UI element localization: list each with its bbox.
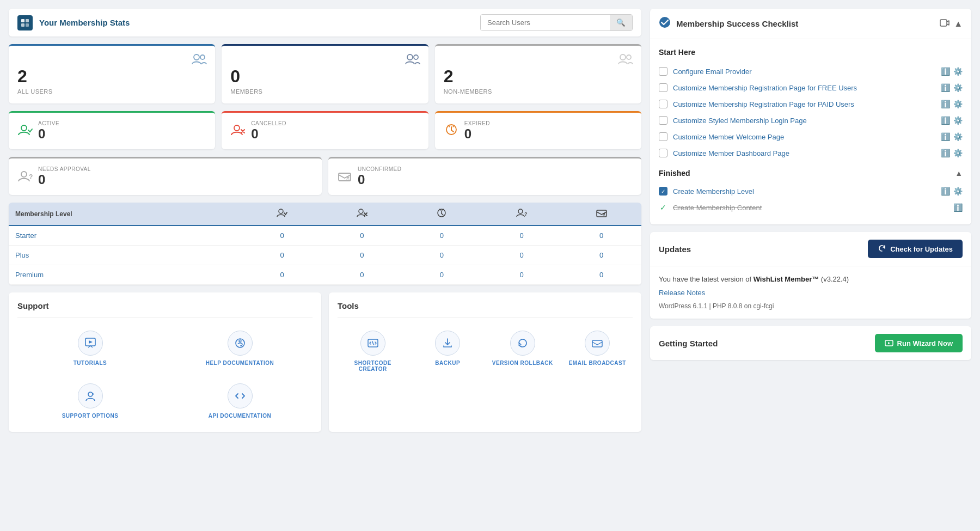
gear-icon[interactable]: ⚙️: [953, 132, 963, 141]
checkbox-reg-paid[interactable]: [659, 100, 667, 108]
svg-text:?: ?: [29, 173, 33, 181]
checklist-icons-create-level: ℹ️ ⚙️: [941, 187, 963, 196]
expired-label: EXPIRED: [464, 120, 490, 126]
stat-all-users[interactable]: 2 ALL USERS: [9, 44, 215, 103]
checklist-video-button[interactable]: [940, 19, 950, 29]
email-broadcast-item[interactable]: EMAIL BROADCAST: [562, 326, 633, 376]
check-mark-content: ✓: [659, 203, 667, 212]
stat-cancelled[interactable]: CANCELLED 0: [222, 111, 428, 149]
info-icon: ℹ️: [941, 116, 950, 125]
checkbox-welcome[interactable]: [659, 132, 667, 141]
gear-icon[interactable]: ⚙️: [953, 100, 963, 108]
checklist-link-create-level[interactable]: Create Membership Level: [673, 187, 935, 196]
header-bar: Your Membership Stats 🔍: [9, 9, 641, 36]
gear-icon[interactable]: ⚙️: [953, 67, 963, 76]
checklist-link-reg-free[interactable]: Customize Membership Registration Page f…: [673, 84, 935, 92]
svg-point-9: [627, 55, 631, 59]
svg-point-6: [407, 54, 413, 60]
checklist-header: Membership Success Checklist ▲: [650, 9, 971, 39]
search-box[interactable]: 🔍: [480, 14, 633, 31]
tools-section: Tools SHORTCODE CREATOR: [329, 292, 641, 432]
email-broadcast-label: EMAIL BROADCAST: [569, 360, 626, 366]
checkbox-email[interactable]: [659, 67, 667, 76]
svg-rect-1: [26, 19, 29, 22]
all-users-label: ALL USERS: [17, 88, 206, 95]
checklist-link-login[interactable]: Customize Styled Membership Login Page: [673, 117, 935, 125]
checklist-link-dashboard[interactable]: Customize Member Dashboard Page: [673, 149, 935, 157]
shortcode-creator-item[interactable]: SHORTCODE CREATOR: [338, 326, 408, 376]
info-icon: ℹ️: [941, 67, 950, 76]
tools-title: Tools: [338, 301, 633, 318]
checkbox-dashboard[interactable]: [659, 149, 667, 157]
search-input[interactable]: [481, 15, 610, 30]
version-rollback-item[interactable]: VERSION ROLLBACK: [487, 326, 558, 376]
finished-label: Finished: [659, 169, 690, 178]
membership-table: Membership Level ?: [9, 203, 641, 285]
col-expired-icon: [402, 203, 482, 225]
stat-non-members[interactable]: 2 NON-MEMBERS: [435, 44, 641, 103]
search-button[interactable]: 🔍: [610, 15, 632, 30]
row-name-premium[interactable]: Premium: [9, 265, 242, 285]
unconfirmed-icon: [337, 169, 352, 184]
checklist-link-email[interactable]: Configure Email Provider: [673, 68, 935, 76]
active-label: ACTIVE: [38, 120, 59, 126]
support-options-item[interactable]: SUPPORT OPTIONS: [17, 379, 163, 423]
tutorials-item[interactable]: TUTORIALS: [17, 326, 163, 370]
stat-active[interactable]: ACTIVE 0: [9, 111, 215, 149]
checklist-link-create-content[interactable]: Create Membership Content: [673, 204, 948, 212]
wp-info: WordPress 6.1.1 | PHP 8.0.8 on cgi-fcgi: [659, 302, 963, 310]
checklist-icons-create-content: ℹ️: [953, 203, 963, 212]
non-members-label: NON-MEMBERS: [444, 88, 633, 95]
check-updates-label: Check for Updates: [890, 245, 953, 253]
row-name-starter[interactable]: Starter: [9, 225, 242, 246]
svg-marker-23: [89, 340, 93, 344]
api-docs-label: API DOCUMENTATION: [209, 413, 271, 419]
checklist-icons-reg-paid: ℹ️ ⚙️: [941, 100, 963, 108]
gear-icon[interactable]: ⚙️: [953, 116, 963, 125]
updates-text: You have the latest version of WishList …: [659, 275, 963, 283]
checkbox-create-level[interactable]: ✓: [659, 187, 667, 196]
tools-icon-grid: SHORTCODE CREATOR BACKUP: [338, 326, 633, 376]
backup-label: BACKUP: [435, 360, 460, 366]
svg-rect-3: [26, 23, 29, 27]
run-wizard-button[interactable]: Run Wizard Now: [875, 334, 963, 352]
checklist-link-welcome[interactable]: Customize Member Welcome Page: [673, 133, 935, 141]
check-updates-button[interactable]: Check for Updates: [868, 240, 963, 258]
col-active-icon: [242, 203, 322, 225]
gear-icon[interactable]: ⚙️: [953, 187, 963, 196]
info-icon: ℹ️: [941, 187, 950, 196]
col-membership-level: Membership Level: [9, 203, 242, 225]
col-needs-approval-icon: ?: [482, 203, 562, 225]
checklist-item-reg-paid: Customize Membership Registration Page f…: [659, 96, 963, 112]
checklist-icons-email: ℹ️ ⚙️: [941, 67, 963, 76]
table-row: Plus 0 0 0 0 0: [9, 246, 641, 265]
updates-header: Updates Check for Updates: [650, 232, 971, 266]
svg-point-25: [239, 340, 241, 342]
help-docs-item[interactable]: HELP DOCUMENTATION: [167, 326, 313, 370]
checklist-link-reg-paid[interactable]: Customize Membership Registration Page f…: [673, 100, 935, 108]
stat-needs-approval[interactable]: ? NEEDS APPROVAL 0: [9, 157, 322, 195]
gear-icon[interactable]: ⚙️: [953, 149, 963, 157]
row-name-plus[interactable]: Plus: [9, 246, 242, 265]
stat-unconfirmed[interactable]: UNCONFIRMED 0: [328, 157, 641, 195]
svg-point-5: [200, 55, 205, 59]
api-docs-item[interactable]: API DOCUMENTATION: [167, 379, 313, 423]
release-notes-link[interactable]: Release Notes: [659, 289, 963, 297]
version-rollback-icon: [510, 331, 535, 356]
stat-expired[interactable]: EXPIRED 0: [435, 111, 641, 149]
expired-value: 0: [464, 126, 490, 142]
start-here-label: Start Here: [659, 48, 963, 57]
info-icon: ℹ️: [941, 149, 950, 157]
users-icon: [191, 53, 207, 69]
finished-collapse-button[interactable]: ▲: [955, 169, 963, 178]
checklist-item-create-level: ✓ Create Membership Level ℹ️ ⚙️: [659, 183, 963, 199]
checkbox-login[interactable]: [659, 116, 667, 125]
stat-members[interactable]: 0 MEMBERS: [222, 44, 428, 103]
col-unconfirmed-icon: [561, 203, 641, 225]
stats-top-row: 2 ALL USERS 0 MEMBERS: [9, 44, 641, 103]
checkbox-reg-free[interactable]: [659, 83, 667, 92]
svg-rect-30: [940, 20, 947, 26]
gear-icon[interactable]: ⚙️: [953, 83, 963, 92]
backup-item[interactable]: BACKUP: [413, 326, 483, 376]
checklist-collapse-button[interactable]: ▲: [954, 19, 963, 29]
